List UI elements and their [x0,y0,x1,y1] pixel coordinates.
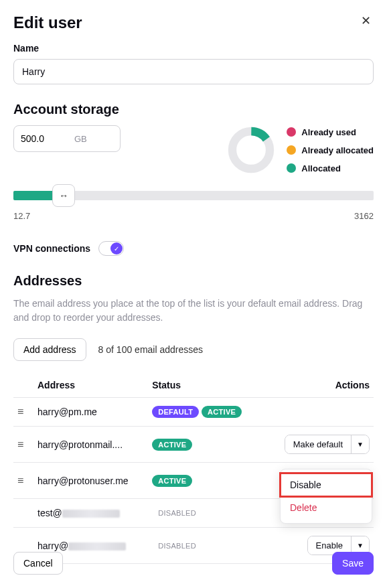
slider-min-label: 12.7 [13,211,30,221]
legend-allocated-label: Allocated [301,163,341,173]
storage-donut-chart [226,125,276,175]
status-badge: ACTIVE [152,439,192,451]
legend-dot-used [287,127,296,137]
storage-input-wrap[interactable]: GB [13,125,121,152]
make-default-label[interactable]: Make default [285,435,351,453]
address-prefix: harry@ [37,540,68,551]
add-address-button[interactable]: Add address [13,338,86,361]
save-button[interactable]: Save [332,552,374,575]
address-prefix: test@ [37,508,62,518]
dropdown-item-disable[interactable]: Disable [281,473,372,496]
legend-used-label: Already used [301,127,356,137]
legend-dot-allocated-other [287,145,296,155]
row-actions-dropdown: Disable Delete [280,469,372,524]
legend-used: Already used [287,127,374,137]
name-input[interactable] [13,59,374,84]
redacted-text [62,510,120,518]
drag-horizontal-icon: ↔ [59,190,68,201]
storage-unit: GB [74,134,87,144]
storage-slider-handle[interactable]: ↔ [52,184,75,207]
vpn-label: VPN connections [13,243,90,254]
address-cell: harry@protonuser.me [33,463,148,499]
col-actions: Actions [262,373,374,398]
chevron-down-icon[interactable]: ▼ [351,435,369,453]
legend-allocated-other: Already allocated [287,145,374,155]
vpn-toggle[interactable]: ✓ [98,241,124,256]
addresses-title: Addresses [13,273,374,289]
col-status: Status [148,373,261,398]
legend-allocated-other-label: Already allocated [301,145,374,155]
status-badge: DISABLED [152,540,202,552]
slider-max-label: 3162 [354,211,374,221]
storage-title: Account storage [13,102,374,117]
dropdown-item-delete[interactable]: Delete [281,496,372,519]
storage-input[interactable] [21,133,74,144]
status-badge: DISABLED [152,507,202,519]
storage-slider-track[interactable]: ↔ [13,191,374,200]
drag-handle-icon[interactable]: ≡ [17,406,23,417]
name-label: Name [13,43,374,54]
make-default-button[interactable]: Make default ▼ [285,435,370,454]
addresses-count: 8 of 100 email addresses [98,344,203,355]
close-icon[interactable]: ✕ [358,13,374,28]
check-icon: ✓ [110,242,123,254]
address-cell: test@ [33,499,148,528]
col-address: Address [33,373,148,398]
legend-dot-allocated [287,163,296,173]
drag-handle-icon[interactable]: ≡ [17,439,23,450]
address-cell: harry@protonmail.... [33,427,148,463]
drag-handle-icon[interactable]: ≡ [17,475,23,486]
addresses-help: The email address you place at the top o… [13,297,374,325]
page-title: Edit user [13,13,82,32]
status-badge: DEFAULT [152,406,199,418]
legend-allocated: Allocated [287,163,374,173]
redacted-text [68,542,126,550]
table-row: ≡ harry@pm.me DEFAULT ACTIVE [13,398,374,427]
cancel-button[interactable]: Cancel [13,552,63,575]
address-cell: harry@pm.me [33,398,148,427]
table-row: ≡ harry@protonmail.... ACTIVE Make defau… [13,427,374,463]
status-badge: ACTIVE [152,475,192,487]
status-badge: ACTIVE [202,406,242,418]
